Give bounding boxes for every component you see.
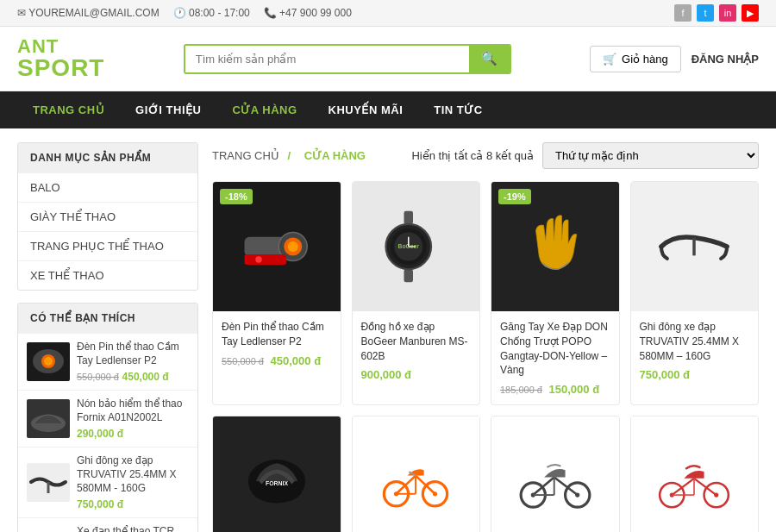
categories-section: DANH MỤC SẢN PHẨM BALO GIÀY THỂ THAO TRA… — [17, 142, 198, 291]
categories-title: DANH MỤC SẢN PHẨM — [18, 143, 197, 172]
nav-item-khuyenmai[interactable]: KHUYẾN MÃI — [313, 91, 419, 128]
suggested-price-new: 290,000 đ — [77, 428, 123, 440]
cart-icon: 🛒 — [603, 53, 616, 66]
product-card[interactable]: Xe đạp gấp đồng địa hình Fornix F3 10,50… — [491, 416, 620, 532]
product-name: Găng Tay Xe Đạp DON Chống Trượt POPO Gan… — [500, 320, 610, 378]
suggested-name: Xe đạp thể thao TCR ADVANCED PRO 0 - 201… — [77, 525, 189, 532]
product-price-new: 150,000 đ — [549, 383, 600, 396]
suggested-img — [27, 342, 70, 381]
suggested-item[interactable]: Nón bảo hiểm thể thao Fornix A01N2002L 2… — [18, 390, 197, 447]
product-card[interactable]: Ghi đông xe đạp TRUVATIV 25.4MM X 580MM … — [630, 181, 760, 405]
discount-badge: -19% — [498, 189, 531, 204]
email-icon: ✉ — [17, 7, 26, 19]
header: ANT SPORT 🔍 🛒 Giỏ hàng ĐĂNG NHẬP — [0, 27, 776, 91]
product-card[interactable]: -19% Găng Tay Xe Đạp DON Chống Trượt POP… — [491, 181, 620, 405]
product-name: Đèn Pin thể thao Cầm Tay Ledlenser P2 — [222, 320, 332, 349]
clock-icon: 🕐 — [173, 7, 186, 19]
logo-ant: ANT — [17, 37, 104, 56]
product-info: Găng Tay Xe Đạp DON Chống Trượt POPO Gan… — [491, 311, 619, 404]
breadcrumb: TRANG CHỦ / CỬA HÀNG — [212, 149, 366, 162]
svg-rect-14 — [404, 211, 414, 224]
shop-header: TRANG CHỦ / CỬA HÀNG Hiển thị tất cả 8 k… — [212, 142, 759, 169]
breadcrumb-current: CỬA HÀNG — [304, 149, 366, 162]
cart-button[interactable]: 🛒 Giỏ hàng — [590, 46, 681, 72]
svg-point-13 — [255, 256, 262, 263]
nav-item-gioithieu[interactable]: GIỚI THIỆU — [120, 91, 216, 128]
content: DANH MỤC SẢN PHẨM BALO GIÀY THỂ THAO TRA… — [0, 128, 776, 532]
product-image — [353, 416, 480, 532]
product-image: -18% — [213, 182, 341, 311]
suggested-info: Ghi đông xe đạp TRUVATIV 25.4MM X 580MM … — [77, 454, 189, 510]
suggested-name: Nón bảo hiểm thể thao Fornix A01N2002L — [77, 397, 189, 424]
svg-rect-15 — [404, 269, 414, 282]
product-price-new: 450,000 đ — [271, 354, 322, 367]
sort-select[interactable]: Thứ tự mặc định Sắp xếp theo giá: Thấp đ… — [542, 142, 759, 169]
product-info: Ghi đông xe đạp TRUVATIV 25.4MM X 580MM … — [631, 311, 759, 390]
login-button[interactable]: ĐĂNG NHẬP — [692, 53, 759, 66]
product-card[interactable]: FORNIX Nón bảo hiểm thể thao Fornix A01N… — [212, 416, 341, 532]
suggested-price-old: 550,000 đ — [77, 372, 119, 382]
category-balo[interactable]: BALO — [18, 172, 197, 202]
header-right: 🛒 Giỏ hàng ĐĂNG NHẬP — [590, 46, 759, 72]
suggested-title: CÓ THỂ BẠN THÍCH — [18, 304, 197, 333]
top-bar: ✉ YOUREMAIL@GMAIL.COM 🕐 08:00 - 17:00 📞 … — [0, 0, 776, 27]
category-xe[interactable]: XE THỂ THAO — [18, 260, 197, 290]
suggested-price-new: 450,000 đ — [122, 371, 169, 383]
product-price-old: 550,000 đ — [222, 356, 264, 366]
product-card[interactable]: BoGeer Đồng hồ xe đạp BoGeer Manburen MS… — [352, 181, 481, 405]
suggested-item[interactable]: Ghi đông xe đạp TRUVATIV 25.4MM X 580MM … — [18, 447, 197, 517]
suggested-section: CÓ THỂ BẠN THÍCH Đèn Pin thể thao Cầm Ta… — [17, 303, 198, 532]
phone-icon: 📞 — [264, 7, 277, 19]
category-giay[interactable]: GIÀY THỂ THAO — [18, 202, 197, 231]
product-image — [631, 416, 759, 532]
suggested-img — [27, 399, 70, 438]
svg-line-29 — [397, 476, 416, 494]
discount-badge: -18% — [220, 189, 253, 204]
search-input[interactable] — [185, 46, 469, 72]
nav-item-trangchu[interactable]: TRANG CHỦ — [17, 91, 120, 128]
suggested-price-new: 750,000 đ — [77, 498, 123, 510]
nav-item-cuahang[interactable]: CỬA HÀNG — [216, 91, 312, 128]
product-name: Ghi đông xe đạp TRUVATIV 25.4MM X 580MM … — [640, 320, 750, 363]
product-image: BoGeer — [353, 182, 480, 311]
category-trangphuc[interactable]: TRANG PHỤC THỂ THAO — [18, 231, 197, 260]
nav-item-tintuc[interactable]: TIN TỨC — [418, 91, 498, 128]
suggested-name: Ghi đông xe đạp TRUVATIV 25.4MM X 580MM … — [77, 454, 189, 495]
email-info: ✉ YOUREMAIL@GMAIL.COM — [17, 7, 160, 19]
suggested-item[interactable]: Xe đạp thể thao TCR ADVANCED PRO 0 - 201… — [18, 517, 197, 532]
hours-info: 🕐 08:00 - 17:00 — [173, 7, 250, 19]
product-name: Đồng hồ xe đạp BoGeer Manburen MS-602B — [361, 320, 472, 363]
logo[interactable]: ANT SPORT — [17, 37, 104, 80]
search-bar: 🔍 — [184, 44, 511, 74]
twitter-icon[interactable]: t — [697, 4, 714, 22]
logo-sport: SPORT — [17, 56, 104, 80]
shop-sort: Hiển thị tất cả 8 kết quả Thứ tự mặc địn… — [411, 142, 759, 169]
top-bar-right: f t in ▶ — [674, 4, 759, 22]
svg-point-11 — [288, 241, 298, 252]
product-info: Đèn Pin thể thao Cầm Tay Ledlenser P2 55… — [213, 311, 341, 376]
svg-text:FORNIX: FORNIX — [266, 480, 288, 486]
product-image: FORNIX — [213, 416, 341, 532]
facebook-icon[interactable]: f — [674, 4, 692, 22]
product-card[interactable]: -18% Đèn Pin thể thao Cầm Tay Ledlenser … — [212, 181, 341, 405]
suggested-info: Đèn Pin thể thao Cầm Tay Ledlenser P2 55… — [77, 341, 189, 383]
instagram-icon[interactable]: in — [719, 4, 736, 22]
product-info: Đồng hồ xe đạp BoGeer Manburen MS-602B 9… — [353, 311, 480, 390]
suggested-info: Xe đạp thể thao TCR ADVANCED PRO 0 - 201… — [77, 525, 189, 532]
product-grid: -18% Đèn Pin thể thao Cầm Tay Ledlenser … — [212, 181, 759, 532]
product-price-old: 185,000 đ — [500, 385, 542, 395]
results-text: Hiển thị tất cả 8 kết quả — [411, 149, 534, 162]
youtube-icon[interactable]: ▶ — [742, 4, 759, 22]
suggested-info: Nón bảo hiểm thể thao Fornix A01N2002L 2… — [77, 397, 189, 440]
product-price-new: 900,000 đ — [361, 368, 412, 381]
suggested-name: Đèn Pin thể thao Cầm Tay Ledlenser P2 — [77, 341, 189, 367]
suggested-item[interactable]: Đèn Pin thể thao Cầm Tay Ledlenser P2 55… — [18, 333, 197, 390]
main-nav: TRANG CHỦ GIỚI THIỆU CỬA HÀNG KHUYẾN MÃI… — [0, 91, 776, 128]
search-button[interactable]: 🔍 — [469, 46, 510, 72]
main-content: TRANG CHỦ / CỬA HÀNG Hiển thị tất cả 8 k… — [212, 142, 759, 532]
social-icons: f t in ▶ — [674, 4, 759, 22]
product-card[interactable]: Xe đạp đua thể thao fornix bt401 3,500,0… — [352, 416, 481, 532]
product-price-new: 750,000 đ — [640, 368, 691, 381]
product-card[interactable]: Xe đạp thể thao TCR ADVANCED PRO 0 – 201… — [630, 416, 760, 532]
breadcrumb-home[interactable]: TRANG CHỦ — [212, 149, 279, 162]
